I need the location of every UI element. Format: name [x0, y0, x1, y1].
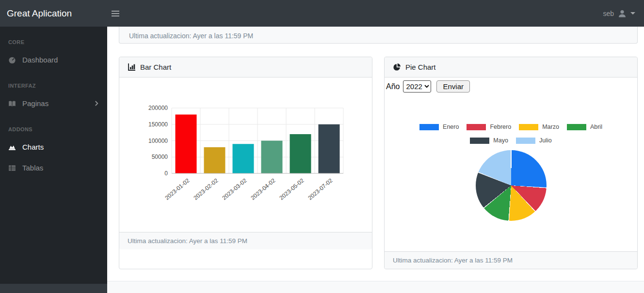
pie-legend: EneroFebreroMarzoAbrilMayoJulio: [404, 123, 618, 144]
bar: [261, 141, 282, 174]
year-select[interactable]: 2022: [403, 80, 431, 93]
enviar-button[interactable]: Enviar: [436, 80, 470, 93]
pie-chart-card-header: Pie Chart: [385, 57, 637, 77]
legend-label: Marzo: [542, 123, 559, 130]
x-tick-label: 2023-07-02: [306, 177, 334, 201]
legend-item[interactable]: Abril: [567, 123, 602, 130]
top-navbar: Great Aplication seb: [0, 0, 644, 27]
bar-chart-card: Bar Chart 0500001000001500002000002023-0…: [119, 57, 372, 269]
y-tick-label: 50000: [151, 154, 168, 160]
x-tick-label: 2023-04-02: [249, 177, 276, 201]
last-update-bar: Ultima actualizacion: Ayer a las 11:59 P…: [119, 27, 638, 44]
sidebar: CORE Dashboard INTERFAZ Paginas ADDONS C…: [0, 27, 107, 293]
legend-swatch: [567, 124, 586, 130]
sidebar-item-tablas[interactable]: Tablas: [0, 157, 107, 178]
bar: [290, 134, 311, 173]
table-icon: [8, 164, 17, 172]
sidebar-item-charts[interactable]: Charts: [0, 137, 107, 157]
app-brand[interactable]: Great Aplication: [0, 8, 101, 19]
user-menu[interactable]: seb: [603, 9, 635, 18]
legend-label: Febrero: [490, 123, 511, 130]
sidebar-item-label: Paginas: [22, 99, 48, 108]
sidebar-item-label: Charts: [22, 143, 44, 151]
sidebar-item-label: Tablas: [22, 164, 43, 172]
bar-chart-svg: 0500001000001500002000002023-01-022023-0…: [142, 102, 350, 207]
x-tick-label: 2023-02-02: [192, 177, 219, 201]
pie-chart-icon: [393, 63, 401, 71]
x-tick-label: 2023-01-02: [163, 177, 191, 201]
sidebar-item-dashboard[interactable]: Dashboard: [0, 49, 107, 70]
x-tick-label: 2023-03-02: [221, 177, 248, 201]
main-content: Ultima actualizacion: Ayer a las 11:59 P…: [107, 27, 644, 293]
page-footer: [107, 281, 644, 293]
bar: [318, 124, 339, 173]
pie-chart-canvas[interactable]: EneroFebreroMarzoAbrilMayoJulio: [385, 93, 637, 221]
y-tick-label: 150000: [148, 121, 167, 128]
bar-chart-card-header: Bar Chart: [119, 57, 372, 77]
pie-chart-card: Pie Chart Año 2022 Enviar EneroFebreroMa…: [384, 57, 638, 269]
legend-swatch: [519, 124, 538, 130]
legend-swatch: [516, 138, 535, 144]
user-icon: [617, 9, 627, 18]
sidebar-toggle-button[interactable]: [108, 8, 123, 19]
bar-chart-canvas[interactable]: 0500001000001500002000002023-01-022023-0…: [119, 77, 372, 232]
sidebar-heading-core: CORE: [0, 27, 107, 49]
legend-label: Enero: [443, 123, 459, 130]
bar-chart-icon: [128, 63, 136, 71]
legend-item[interactable]: Enero: [419, 123, 459, 130]
year-label: Año: [386, 82, 400, 91]
sidebar-item-paginas[interactable]: Paginas: [0, 93, 107, 114]
legend-label: Julio: [539, 137, 552, 144]
bar-chart-card-footer: Ultima actualizacion: Ayer a las 11:59 P…: [119, 232, 372, 249]
caret-down-icon: [630, 12, 635, 15]
sidebar-heading-addons: ADDONS: [0, 114, 107, 137]
chart-area-icon: [8, 143, 17, 151]
year-form: Año 2022 Enviar: [385, 77, 637, 93]
bar: [204, 147, 225, 173]
legend-label: Mayo: [493, 137, 508, 144]
legend-swatch: [467, 124, 486, 130]
y-tick-label: 0: [164, 170, 168, 177]
bar: [232, 144, 254, 173]
tachometer-icon: [8, 56, 17, 64]
x-tick-label: 2023-05-02: [278, 177, 305, 201]
sidebar-heading-interfaz: INTERFAZ: [0, 70, 107, 93]
sidebar-item-label: Dashboard: [22, 56, 58, 64]
y-tick-label: 200000: [148, 105, 167, 111]
sidebar-footer: [0, 284, 107, 293]
legend-item[interactable]: Julio: [516, 137, 552, 144]
pie-chart-card-footer: Ultima actualizacion: Ayer a las 11:59 P…: [385, 251, 637, 269]
legend-item[interactable]: Febrero: [467, 123, 511, 130]
y-tick-label: 100000: [148, 138, 167, 144]
card-title: Pie Chart: [405, 63, 436, 71]
card-title: Bar Chart: [140, 63, 171, 71]
legend-label: Abril: [590, 123, 602, 130]
book-open-icon: [8, 100, 17, 108]
legend-item[interactable]: Mayo: [470, 137, 508, 144]
chevron-right-icon: [95, 100, 99, 107]
legend-item[interactable]: Marzo: [519, 123, 559, 130]
legend-swatch: [419, 124, 439, 130]
bar: [175, 115, 196, 174]
pie[interactable]: [476, 150, 547, 221]
legend-swatch: [470, 138, 489, 144]
hamburger-icon: [112, 11, 119, 12]
user-name-label: seb: [603, 10, 614, 17]
